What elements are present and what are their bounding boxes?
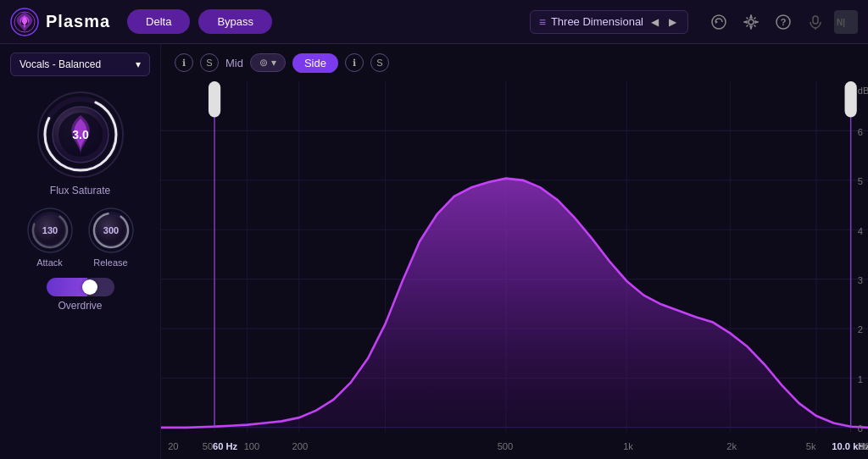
app-container: Plasma Delta Bypass ≡ Three Dimensional … bbox=[0, 0, 868, 459]
svg-text:500: 500 bbox=[498, 441, 514, 451]
preset-next-button[interactable]: ▶ bbox=[666, 16, 679, 28]
release-knob-label: Release bbox=[93, 257, 127, 268]
preset-dropdown-arrow: ▾ bbox=[136, 58, 141, 70]
eq-panel: ℹ S Mid ⊚ ▾ Side ℹ S bbox=[161, 44, 868, 459]
attack-knob-group: 130 Attack bbox=[26, 207, 74, 268]
ni-logo: N| bbox=[834, 10, 858, 34]
help-button[interactable]: ? bbox=[770, 8, 797, 36]
header: Plasma Delta Bypass ≡ Three Dimensional … bbox=[0, 0, 868, 44]
svg-text:dB: dB bbox=[858, 86, 868, 96]
svg-text:1k: 1k bbox=[623, 441, 633, 451]
release-knob[interactable]: 300 bbox=[87, 207, 135, 254]
app-name: Plasma bbox=[46, 12, 110, 31]
preset-dropdown[interactable]: Vocals - Balanced ▾ bbox=[10, 53, 150, 76]
small-knobs: 130 Attack 300 bbox=[26, 207, 135, 268]
eq-svg[interactable]: dB 6 5 4 3 2 1 0 20 50 60 Hz 100 200 500… bbox=[161, 81, 868, 459]
side-info-button[interactable]: ℹ bbox=[345, 53, 364, 72]
mid-button[interactable]: Mid bbox=[225, 57, 243, 69]
undo-button[interactable] bbox=[705, 8, 732, 36]
svg-text:130: 130 bbox=[42, 225, 57, 235]
svg-point-5 bbox=[748, 19, 754, 25]
preset-prev-button[interactable]: ◀ bbox=[648, 16, 661, 28]
plasma-logo-icon bbox=[10, 8, 39, 36]
bypass-button[interactable]: Bypass bbox=[198, 9, 272, 34]
svg-text:2k: 2k bbox=[726, 441, 737, 451]
svg-text:20: 20 bbox=[168, 441, 178, 451]
attack-knob[interactable]: 130 bbox=[26, 207, 74, 254]
svg-text:50: 50 bbox=[203, 441, 213, 451]
svg-point-3 bbox=[712, 15, 726, 29]
undo-icon bbox=[711, 14, 726, 30]
svg-text:4: 4 bbox=[858, 225, 864, 235]
svg-text:100: 100 bbox=[244, 441, 260, 451]
solo-icon: S bbox=[206, 58, 212, 68]
svg-text:?: ? bbox=[781, 17, 787, 27]
toggle-thumb bbox=[82, 279, 97, 295]
flux-knob-label: Flux Saturate bbox=[50, 185, 110, 196]
side-solo-button[interactable]: S bbox=[370, 53, 389, 72]
svg-text:0: 0 bbox=[858, 423, 863, 434]
flux-knob-container: 3.0 Flux Saturate bbox=[34, 88, 127, 196]
solo2-icon: S bbox=[376, 58, 382, 68]
stereo-arrow: ▾ bbox=[271, 57, 276, 69]
preset-area: ≡ Three Dimensional ◀ ▶ bbox=[530, 10, 688, 34]
svg-marker-4 bbox=[715, 20, 718, 24]
settings-button[interactable] bbox=[737, 8, 765, 36]
microphone-button[interactable] bbox=[802, 8, 829, 36]
stereo-selector[interactable]: ⊚ ▾ bbox=[250, 53, 286, 72]
svg-text:3: 3 bbox=[858, 275, 863, 285]
delta-button[interactable]: Delta bbox=[127, 9, 190, 34]
preset-list-icon: ≡ bbox=[539, 15, 546, 29]
svg-rect-46 bbox=[209, 81, 220, 117]
svg-rect-8 bbox=[813, 16, 818, 24]
mic-icon bbox=[808, 14, 823, 30]
svg-text:200: 200 bbox=[292, 441, 309, 451]
flux-knob[interactable]: 3.0 bbox=[34, 88, 127, 181]
stereo-icon: ⊚ bbox=[259, 57, 268, 69]
gear-icon bbox=[743, 14, 759, 30]
svg-text:6: 6 bbox=[858, 127, 863, 137]
svg-text:1: 1 bbox=[858, 374, 863, 384]
preset-name: Three Dimensional bbox=[551, 15, 643, 28]
svg-text:5k: 5k bbox=[806, 441, 816, 451]
eq-display: dB 6 5 4 3 2 1 0 20 50 60 Hz 100 200 500… bbox=[161, 81, 868, 459]
mid-info-button[interactable]: ℹ bbox=[175, 53, 193, 72]
svg-text:60 Hz: 60 Hz bbox=[213, 441, 237, 451]
svg-rect-47 bbox=[845, 81, 857, 117]
svg-text:2: 2 bbox=[858, 324, 863, 335]
release-knob-group: 300 Release bbox=[87, 207, 135, 268]
left-panel: Vocals - Balanced ▾ bbox=[0, 44, 161, 459]
header-icons: ? N| bbox=[705, 8, 858, 36]
info-icon: ℹ bbox=[182, 58, 186, 69]
attack-knob-label: Attack bbox=[36, 257, 63, 268]
overdrive-label: Overdrive bbox=[58, 300, 102, 312]
side-button[interactable]: Side bbox=[292, 53, 338, 73]
preset-dropdown-label: Vocals - Balanced bbox=[19, 58, 101, 70]
svg-text:Hz: Hz bbox=[858, 441, 868, 451]
mid-solo-button[interactable]: S bbox=[200, 53, 219, 72]
eq-controls: ℹ S Mid ⊚ ▾ Side ℹ S bbox=[161, 44, 868, 81]
overdrive-row: Overdrive bbox=[10, 278, 150, 312]
svg-text:3.0: 3.0 bbox=[72, 128, 89, 141]
help-icon: ? bbox=[776, 14, 791, 30]
main-content: Vocals - Balanced ▾ bbox=[0, 44, 868, 459]
info2-icon: ℹ bbox=[353, 58, 356, 69]
svg-text:5: 5 bbox=[858, 176, 863, 186]
svg-text:300: 300 bbox=[103, 225, 118, 235]
svg-text:N|: N| bbox=[837, 18, 845, 27]
overdrive-toggle[interactable] bbox=[47, 278, 114, 296]
logo-area: Plasma bbox=[10, 8, 110, 36]
